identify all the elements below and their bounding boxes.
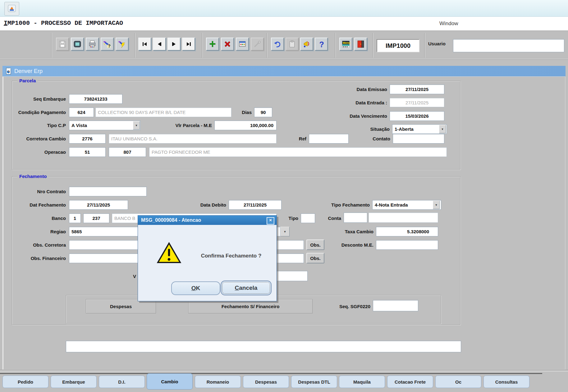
dat-fechamento-input[interactable]: 27/11/2025 [69,200,128,210]
imp1000-window: IMP1000 - PROCESSO DE IMPORTACAO Window … [0,0,568,392]
regiao-dropdown-icon[interactable]: ▼ [280,227,290,236]
dias-input[interactable]: 90 [254,107,272,117]
vlr-partial-label: V [127,274,136,279]
condicao-pagamento-code-input[interactable]: 624 [69,107,94,117]
tipo-fechamento-dropdown-icon[interactable]: ▼ [433,201,440,209]
tab-di[interactable]: D.I. [99,376,145,388]
operacao-label: Operacao [6,149,66,155]
erp-window-title: Denver Erp [14,68,43,75]
dialog-close-icon[interactable]: ✕ [267,217,274,225]
menu-window[interactable]: Window [439,21,458,27]
execute-query-button[interactable] [116,38,129,51]
tipo-cp-select[interactable]: A Vista [69,121,140,130]
dialog-titlebar[interactable]: MSG_00009084 - Atencao ✕ [138,216,277,225]
desconto-me-input[interactable] [376,240,438,250]
tipo-cp-label: Tipo C.P [6,123,66,128]
tab-embarque[interactable]: Embarque [51,376,97,388]
tab-despesas-dtl[interactable]: Despesas DTL [291,376,337,388]
tab-consultas[interactable]: Consultas [483,376,529,388]
nav-first-button[interactable] [138,38,151,51]
operacao-code2-input[interactable]: 807 [109,147,146,157]
dialog-title: MSG_00009084 - Atencao [141,217,201,223]
tipo-fechamento-select[interactable]: 4-Nota Entrada [372,200,441,210]
parcela-group-title: Parcela [17,78,38,83]
usuario-input[interactable] [453,39,564,52]
nav-prev-button[interactable] [153,38,166,51]
tab-cambio[interactable]: Cambio [147,373,193,390]
data-emissao-input[interactable]: 27/11/2025 [390,84,444,94]
tab-despesas[interactable]: Despesas [243,376,289,388]
menu-button[interactable]: Menu [339,38,352,51]
situacao-select[interactable]: 1-Aberta [392,124,447,134]
operacao-code1-input[interactable]: 51 [69,147,106,157]
conta-input[interactable] [344,212,367,223]
run-screen-button[interactable] [71,38,84,51]
obs-financeiro-label: Obs. Financeiro [6,256,66,261]
tab-pedido[interactable]: Pedido [2,376,48,388]
tipo-label: Tipo [285,216,298,221]
contato-input[interactable] [393,134,444,144]
seq-sgf0220-input[interactable] [373,300,418,311]
delete-record-button[interactable] [221,38,234,51]
ref-input[interactable] [309,134,349,144]
condicao-pagamento-desc-field: COLLECTION 90 DAYS AFTER B/L DATE [95,107,231,117]
banco-code2-input[interactable]: 237 [83,213,109,223]
nav-last-button[interactable] [182,38,195,51]
broadcast-button[interactable] [300,38,313,51]
tab-romaneio[interactable]: Romaneio [195,376,241,388]
status-message-bar [66,341,461,352]
seq-embarque-input[interactable]: 738241233 [69,94,122,104]
data-vencimento-input[interactable]: 15/03/2026 [390,111,444,121]
dias-label: Dias [234,110,252,115]
toolbar-separator [335,33,336,58]
save-button [56,38,69,51]
help-button[interactable]: ? [315,38,328,51]
situacao-dropdown-icon[interactable]: ▼ [439,125,446,133]
fechamento-group-title: Fechamento [17,174,48,179]
taxa-cambio-label: Taxa Cambio [337,229,373,234]
nro-contrato-input[interactable] [69,187,147,196]
corretora-cambio-code-input[interactable]: 2776 [69,134,106,144]
flashlight-question-icon: ? [103,40,111,48]
svg-text:?: ? [108,43,111,48]
regiao-label: Regiao [6,229,66,234]
tipo-input[interactable] [301,213,315,223]
ok-button[interactable]: OK [171,281,220,295]
cancel-button[interactable]: Cancela [221,280,272,295]
taxa-cambio-input[interactable]: 5.3208000 [376,227,438,236]
toolbar-separator [202,33,203,58]
obs-financeiro-button[interactable]: Obs. [306,253,324,263]
data-entrada-label: Data Entrada : [335,100,387,105]
insert-record-button[interactable] [206,38,219,51]
print-button[interactable] [86,38,99,51]
banco-code1-input[interactable]: 1 [69,213,81,223]
red-x-icon [223,40,231,48]
megaphone-icon [303,40,311,48]
tab-cotacao-frete[interactable]: Cotacao Frete [387,376,433,388]
data-entrada-field: 27/11/2025 [390,98,444,107]
tipo-cp-dropdown-icon[interactable]: ▼ [133,121,140,130]
usuario-label: Usuario [428,41,446,46]
next-record-icon [170,40,178,48]
tab-maquila[interactable]: Maquila [339,376,385,388]
obs-corretora-button[interactable]: Obs. [306,239,324,250]
menu-icon: Menu [341,40,350,48]
clipboard-button [286,38,299,51]
data-debito-input[interactable]: 27/11/2025 [229,200,282,210]
bottom-divider-light [0,371,568,371]
save-icon [58,40,66,48]
tab-oc[interactable]: Oc [435,376,481,388]
seq-embarque-label: Seq Embarque [6,96,66,102]
toolbar-separator [51,33,52,58]
vlr-parcela-input[interactable]: 100,000.00 [214,121,277,130]
conta-desc-field [369,212,438,223]
toolbar-separator [135,33,135,58]
enter-query-button[interactable]: ? [101,38,114,51]
app-icon-button[interactable] [4,2,19,16]
undo-button[interactable] [271,38,284,51]
exit-button[interactable] [354,38,367,51]
edit-window-button[interactable] [236,38,249,51]
nav-next-button[interactable] [167,38,181,51]
ref-label: Ref [291,136,306,141]
dialog-message: Confirma Fechamento ? [191,253,272,259]
